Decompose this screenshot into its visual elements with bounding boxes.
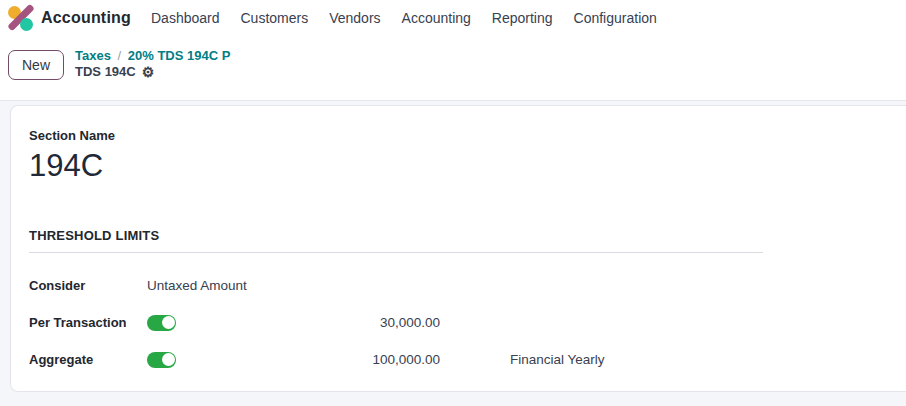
section-name-label: Section Name <box>29 128 906 143</box>
current-record-title: TDS 194C <box>75 64 136 80</box>
aggregate-toggle[interactable] <box>147 352 176 368</box>
app-name[interactable]: Accounting <box>41 9 131 27</box>
breadcrumb-link-tax-record[interactable]: 20% TDS 194C P <box>128 48 231 63</box>
form-sheet: Section Name 194C THRESHOLD LIMITS Consi… <box>10 105 906 392</box>
breadcrumb-link-taxes[interactable]: Taxes <box>75 48 111 63</box>
menu-item-vendors[interactable]: Vendors <box>329 10 380 26</box>
breadcrumb-bar: New Taxes / 20% TDS 194C P TDS 194C ⚙ <box>0 36 906 80</box>
aggregate-amount-field[interactable]: 100,000.00 <box>176 352 440 367</box>
breadcrumb: Taxes / 20% TDS 194C P TDS 194C ⚙ <box>75 48 230 80</box>
per-transaction-toggle[interactable] <box>147 315 176 331</box>
toggle-knob <box>162 353 175 366</box>
content-area: Section Name 194C THRESHOLD LIMITS Consi… <box>0 101 906 406</box>
breadcrumb-separator: / <box>115 48 125 63</box>
section-name-field[interactable]: 194C <box>29 148 906 184</box>
breadcrumb-current: TDS 194C ⚙ <box>75 64 230 80</box>
gear-icon[interactable]: ⚙ <box>142 65 155 79</box>
menu-item-dashboard[interactable]: Dashboard <box>151 10 220 26</box>
main-menu: Dashboard Customers Vendors Accounting R… <box>151 10 657 26</box>
menu-item-reporting[interactable]: Reporting <box>492 10 553 26</box>
new-button[interactable]: New <box>8 50 64 80</box>
app-header: Accounting Dashboard Customers Vendors A… <box>0 0 906 101</box>
threshold-limits-heading: THRESHOLD LIMITS <box>29 228 763 253</box>
aggregate-label: Aggregate <box>29 352 147 367</box>
per-transaction-amount-field[interactable]: 30,000.00 <box>176 315 440 330</box>
accounting-app-icon[interactable] <box>8 5 34 31</box>
per-transaction-label: Per Transaction <box>29 315 147 330</box>
consider-row: Consider Untaxed Amount <box>29 277 906 294</box>
menu-item-configuration[interactable]: Configuration <box>574 10 657 26</box>
consider-label: Consider <box>29 278 147 293</box>
menu-item-customers[interactable]: Customers <box>241 10 309 26</box>
consider-field[interactable]: Untaxed Amount <box>147 278 247 293</box>
per-transaction-row: Per Transaction 30,000.00 <box>29 314 906 331</box>
logo-teal-dot <box>20 18 33 31</box>
toggle-knob <box>162 316 175 329</box>
top-navbar: Accounting Dashboard Customers Vendors A… <box>0 0 906 36</box>
breadcrumb-trail: Taxes / 20% TDS 194C P <box>75 48 230 64</box>
aggregate-row: Aggregate 100,000.00 Financial Yearly <box>29 351 906 368</box>
aggregate-period-field[interactable]: Financial Yearly <box>510 352 605 367</box>
threshold-limits-rows: Consider Untaxed Amount Per Transaction … <box>29 277 906 368</box>
menu-item-accounting[interactable]: Accounting <box>402 10 471 26</box>
